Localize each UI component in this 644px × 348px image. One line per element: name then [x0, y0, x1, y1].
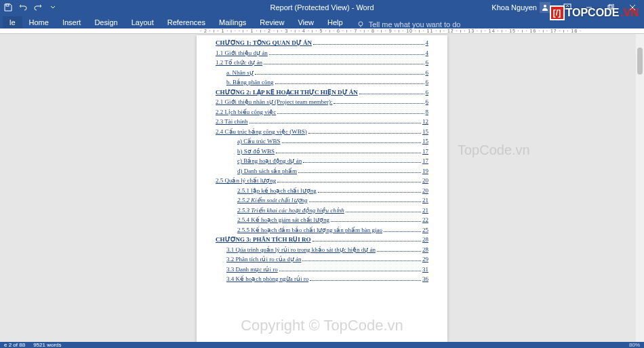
- tab-design[interactable]: Design: [87, 16, 124, 28]
- toc-row[interactable]: 3.2 Phân tích rủi ro của dự án29: [216, 256, 428, 263]
- toc-leader-dots: [264, 64, 424, 64]
- quick-access-toolbar: [0, 2, 58, 13]
- toc-row[interactable]: 3.3 Danh mục rủi ro31: [216, 266, 428, 273]
- toc-leader-dots: [313, 241, 421, 241]
- toc-row[interactable]: 2.2 Lịch biểu công việc8: [216, 109, 428, 115]
- toc-leader-dots: [282, 142, 421, 143]
- toc-leader-dots: [303, 162, 421, 163]
- zoom-level[interactable]: 80%: [629, 342, 640, 348]
- toc-leader-dots: [298, 172, 421, 173]
- document-viewport[interactable]: CHƯƠNG 1: TỔNG QUAN DỰ ÁN41.1 Giới thiệu…: [0, 34, 644, 342]
- maximize-button[interactable]: [601, 0, 621, 15]
- toc-row[interactable]: 2.5 Quản lý chất lượng20: [216, 177, 428, 184]
- svg-point-1: [544, 5, 546, 7]
- toc-leader-dots: [377, 251, 421, 252]
- toc-row[interactable]: 2.5.3 Triển khai các hoạt động hiệu chỉn…: [216, 207, 428, 214]
- toc-row[interactable]: CHƯƠNG 1: TỔNG QUAN DỰ ÁN4: [216, 39, 428, 46]
- status-bar: e 2 of 88 9521 words 80%: [0, 342, 644, 348]
- tab-mailings[interactable]: Mailings: [212, 16, 253, 28]
- toc-row[interactable]: c) Bảng hoạt động dự án17: [216, 157, 428, 164]
- vertical-scrollbar[interactable]: [636, 34, 644, 342]
- toc-label: 2.5.1 lập kế hoạch chất lượng: [237, 187, 317, 194]
- window-title: Report (Protected View) - Word: [270, 3, 374, 12]
- toc-row[interactable]: 2.3 Tài chính12: [216, 118, 428, 125]
- toc-label: 3.4 Kế hoạch phòng ngừa rủi ro: [226, 275, 308, 282]
- qat-dropdown-icon[interactable]: [47, 2, 58, 13]
- toc-label: c) Bảng hoạt động dự án: [237, 157, 302, 164]
- page-indicator[interactable]: e 2 of 88: [4, 342, 25, 348]
- toc-page-number: 28: [422, 246, 428, 253]
- toc-page-number: 20: [422, 177, 428, 184]
- toc-label: 2.5.4 Kế hoạch giám sát chất lượng: [237, 216, 329, 223]
- toc-label: b) Sơ đồ WBS: [237, 148, 275, 155]
- toc-leader-dots: [302, 260, 421, 261]
- toc-row[interactable]: 2.5.1 lập kế hoạch chất lượng20: [216, 187, 428, 194]
- toc-row[interactable]: a) Cấu trúc WBS15: [216, 138, 428, 144]
- user-name: Khoa Nguyen: [491, 3, 537, 12]
- toc-label: 2.1 Giới thiệu nhân sự (Project team mem…: [216, 98, 332, 105]
- toc-leader-dots: [249, 123, 421, 123]
- tab-home[interactable]: Home: [22, 16, 56, 28]
- toc-leader-dots: [310, 280, 421, 281]
- toc-row[interactable]: d) Danh sách sản phẩm19: [216, 168, 428, 174]
- toc-row[interactable]: 2.5.4 Kế hoạch giám sát chất lượng22: [216, 216, 428, 223]
- close-button[interactable]: [622, 0, 643, 15]
- toc-page-number: 25: [422, 227, 428, 233]
- save-icon[interactable]: [3, 2, 14, 13]
- user-account[interactable]: Khoa Nguyen: [491, 2, 550, 13]
- toc-page-number: 6: [426, 79, 429, 85]
- word-count[interactable]: 9521 words: [33, 342, 61, 348]
- toc-row[interactable]: 1.1 Giới thiệu dự án4: [216, 50, 428, 56]
- toc-leader-dots: [269, 54, 424, 55]
- toc-label: a) Cấu trúc WBS: [237, 138, 281, 144]
- toc-leader-dots: [275, 83, 424, 84]
- tab-layout[interactable]: Layout: [125, 16, 161, 28]
- tell-me-placeholder: Tell me what you want to do: [369, 20, 461, 28]
- toc-row[interactable]: 3.1 Qúa trình quản lý rủi ro trong khảo …: [216, 246, 428, 253]
- avatar-icon: [540, 2, 550, 13]
- toc-row[interactable]: CHƯƠNG 2: LẬP KẾ HOẠCH THỰC HIỆN DỰ ÁN6: [216, 89, 428, 96]
- tab-help[interactable]: Help: [321, 16, 350, 28]
- toc-page-number: 36: [422, 275, 428, 282]
- tab-insert[interactable]: Insert: [56, 16, 88, 28]
- undo-icon[interactable]: [18, 2, 28, 13]
- toc-page-number: 6: [426, 98, 429, 105]
- tab-review[interactable]: Review: [253, 16, 291, 28]
- toc-leader-dots: [277, 182, 421, 182]
- toc-leader-dots: [331, 221, 421, 222]
- minimize-button[interactable]: [579, 0, 599, 15]
- toc-row[interactable]: CHƯƠNG 3: PHÂN TÍCH RỦI RO28: [216, 236, 428, 243]
- toc-page-number: 19: [422, 168, 428, 174]
- tab-view[interactable]: View: [291, 16, 321, 28]
- document-page: CHƯƠNG 1: TỔNG QUAN DỰ ÁN41.1 Giới thiệu…: [197, 35, 447, 342]
- toc-row[interactable]: b) Sơ đồ WBS17: [216, 148, 428, 155]
- toc-row[interactable]: a. Nhân sự6: [216, 69, 428, 76]
- horizontal-ruler[interactable]: · 2 · ı · 1 · ı · · ı · 1 · ı · 2 · ı · …: [0, 28, 644, 34]
- toc-label: 2.4 Cấu trúc bảng công việc (WBS): [216, 128, 307, 135]
- redo-icon[interactable]: [33, 2, 43, 13]
- toc-page-number: 22: [422, 216, 428, 223]
- toc-row[interactable]: b. Bảng phân công6: [216, 79, 428, 85]
- toc-row[interactable]: 2.4 Cấu trúc bảng công việc (WBS)15: [216, 128, 428, 135]
- toc-label: a. Nhân sự: [226, 69, 254, 76]
- toc-label: CHƯƠNG 2: LẬP KẾ HOẠCH THỰC HIỆN DỰ ÁN: [216, 89, 358, 96]
- toc-row[interactable]: 2.5.5 Kế hoạch đảm bảo chất lượng sản ph…: [216, 227, 428, 233]
- ribbon-options-icon[interactable]: [557, 0, 578, 15]
- toc-row[interactable]: 2.5.2 Kiểm soát chất lượng21: [216, 197, 428, 204]
- tab-file[interactable]: le: [3, 16, 22, 28]
- toc-page-number: 15: [422, 138, 428, 144]
- toc-label: CHƯƠNG 3: PHÂN TÍCH RỦI RO: [216, 236, 311, 243]
- toc-label: d) Danh sách sản phẩm: [237, 168, 297, 174]
- toc-leader-dots: [308, 133, 421, 134]
- toc-leader-dots: [276, 153, 421, 153]
- toc-leader-dots: [346, 212, 421, 212]
- tell-me-search[interactable]: Tell me what you want to do: [357, 20, 461, 28]
- title-bar: Report (Protected View) - Word Khoa Nguy…: [0, 0, 644, 15]
- toc-row[interactable]: 2.1 Giới thiệu nhân sự (Project team mem…: [216, 98, 428, 105]
- tab-references[interactable]: References: [161, 16, 212, 28]
- toc-row[interactable]: 3.4 Kế hoạch phòng ngừa rủi ro36: [216, 275, 428, 282]
- ruler-scale: · 2 · ı · 1 · ı · · ı · 1 · ı · 2 · ı · …: [200, 28, 582, 33]
- svg-rect-4: [608, 5, 612, 9]
- toc-label: 2.5.5 Kế hoạch đảm bảo chất lượng sản ph…: [237, 227, 382, 233]
- toc-row[interactable]: 1.2 Tổ chức dự án6: [216, 59, 428, 66]
